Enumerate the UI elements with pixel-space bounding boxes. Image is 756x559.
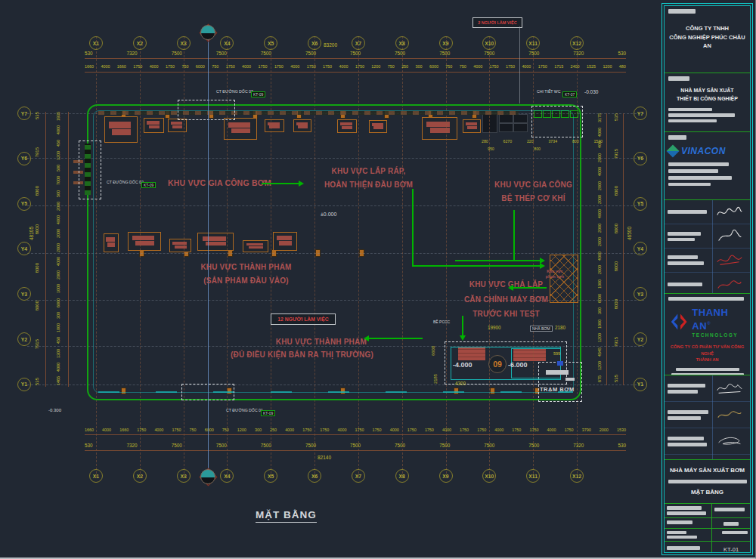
- grid-bubble: X6: [308, 469, 321, 483]
- section-marker-top-icon: [200, 24, 216, 41]
- pump-equipment-bar: [565, 378, 575, 381]
- dim-value: 1750: [355, 64, 364, 69]
- redacted-bar: [668, 135, 686, 140]
- dim-value: 450: [56, 140, 60, 147]
- dim-value: 800: [572, 139, 579, 144]
- dim-value: 7500: [305, 443, 316, 448]
- tb-factory-section: NHÀ MÁY SẢN XUẤT THIẾT BỊ CÔNG NGHIỆP: [665, 73, 750, 131]
- arrow-gha-lap-icon: [513, 287, 547, 289]
- grid-bubble: X10: [482, 469, 496, 483]
- consultant-name-1: CÔNG TY CỔ PHẦN TƯ VẤN CÔNG NGHỆ: [668, 344, 746, 357]
- dim-value: 1750: [323, 64, 332, 69]
- dim-value: 4000: [339, 64, 349, 69]
- dim-line: [85, 450, 626, 451]
- dim-value: 750: [212, 64, 218, 69]
- dim-value: 7500: [216, 443, 227, 448]
- dim-value: 8000: [614, 299, 618, 309]
- dim-value: 4000: [242, 64, 251, 69]
- dim-value: 1200: [56, 151, 60, 160]
- elevation--4000: -4.000: [453, 361, 472, 369]
- grid-bubble: Y7: [17, 107, 31, 120]
- arrow-gia-cong-bom-icon: [262, 183, 299, 184]
- callout-doc-02: CT ĐƯỜNG DỐC 02: [107, 180, 144, 184]
- dim-value: 1750: [538, 64, 547, 69]
- dim-value: 7500: [395, 443, 405, 448]
- dim-value: 6000: [597, 294, 602, 303]
- dim-col-right-inner: 3175400040020004000200020004000200020004…: [597, 113, 602, 382]
- grid-bubble: X4: [220, 469, 234, 483]
- table-row: [665, 504, 750, 517]
- sheet-title: MẶT BẰNG: [668, 488, 746, 497]
- cad-window: X1X2X3X4X5X6X7X8X9X10X11X12 X1X2X3X4X5X6…: [0, 0, 756, 559]
- dim-value: 7500: [172, 443, 182, 448]
- dim-value: 4000: [101, 64, 110, 69]
- grid-bubble: X12: [570, 36, 584, 50]
- dim-value: 530: [85, 443, 93, 448]
- dim-value: 750: [190, 428, 197, 432]
- dim-value: 500: [56, 165, 60, 171]
- dim-value: 1750: [460, 428, 469, 432]
- dim-value: 7320: [573, 443, 584, 448]
- grid-bubble: X1: [89, 36, 103, 50]
- dim-value: 7500: [528, 443, 539, 448]
- dim-value: 2000: [597, 153, 602, 162]
- section-marker-circle: [200, 469, 215, 484]
- dim-value: 535: [614, 113, 618, 121]
- signature-row: [665, 375, 750, 402]
- dim-value: 1660: [119, 428, 129, 432]
- grid-bubble: X9: [439, 36, 453, 50]
- redacted-bar: [676, 368, 739, 371]
- dim-col-left-inner: 1935400045012005007000500200040002000200…: [56, 112, 60, 385]
- dim-row-top-minor: 1660400016601750400017507506000750175040…: [85, 64, 626, 69]
- dim-value: 250: [270, 428, 277, 432]
- dim-value: 4000: [494, 428, 503, 432]
- zone-label-gha-lap-2: CĂN CHỈNH MÁY BƠM: [463, 295, 550, 304]
- grid-bubbles-right: Y7Y6Y5Y4Y3Y2Y1: [634, 107, 647, 391]
- dim-value: 4545: [597, 347, 602, 357]
- dim-col-right-outer: 535791580008000800080007915535: [614, 113, 618, 382]
- zone-label-be-thep-1: KHU VỰC GIA CÔNG: [490, 181, 577, 189]
- dim-value: 2000: [597, 265, 602, 274]
- dim-value: 8000: [35, 301, 39, 310]
- elevation--0030: -0.030: [584, 89, 598, 94]
- dim-value: 7500: [439, 443, 450, 448]
- dim-value: 7500: [439, 51, 450, 56]
- grid-bubble: X1: [89, 469, 103, 483]
- dim-total-top: 83200: [324, 42, 337, 48]
- grid-bubble: Y5: [17, 197, 31, 211]
- dim-value: 535: [35, 378, 39, 385]
- thanhan-wordmark: THANH AN: [692, 307, 728, 332]
- zone-label-lap-rap-1: KHU VỰC LẮP RÁP,: [318, 167, 420, 175]
- dim-value: 1750: [172, 428, 181, 432]
- dim-total-bottom: 82140: [318, 455, 331, 460]
- vinacon-wordmark: VINACON: [681, 146, 726, 156]
- dim-value: 675: [597, 375, 602, 382]
- dim-value: 6000: [429, 64, 438, 69]
- dim-value: 280: [482, 139, 488, 144]
- dim-value: 750: [445, 64, 452, 69]
- dim-value: 4000: [597, 252, 602, 261]
- dim-value: 4000: [473, 64, 482, 69]
- dim-value: 7500: [172, 51, 182, 56]
- factory-name-2: THIẾT BỊ CÔNG NGHIỆP: [668, 95, 746, 103]
- project-title: NHÀ MÁY SẢN XUẤT BƠM: [668, 466, 746, 475]
- dim-value: 7320: [573, 51, 584, 56]
- redacted-bar: [668, 162, 729, 166]
- dim-value: 1750: [425, 428, 434, 432]
- dim-value: 1750: [407, 428, 417, 432]
- dim-value: 1750: [490, 64, 499, 69]
- signature-row: [665, 273, 750, 293]
- dim-value: 6000: [196, 64, 205, 69]
- zone-label-gha-lap-3: TRƯỚC KHI TEST: [463, 310, 550, 318]
- signature-khaki-icon: [715, 408, 744, 422]
- dim-value: 1660: [117, 64, 126, 69]
- pump-dim-2185: 2185: [433, 374, 438, 384]
- consultant-name-2: THÀNH AN: [668, 357, 746, 363]
- dim-value: 7500: [261, 443, 271, 448]
- dim-value: 2000: [597, 237, 602, 246]
- dim-value: 500: [56, 190, 60, 197]
- dim-total-left: 48105: [29, 227, 34, 240]
- pump-dim-2180: 2180: [555, 325, 565, 330]
- grid-bubble: Y4: [17, 242, 31, 255]
- redacted-bar: [668, 169, 718, 173]
